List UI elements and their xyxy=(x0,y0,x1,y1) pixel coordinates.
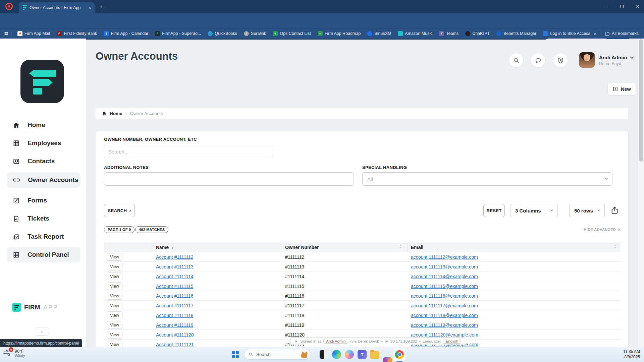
bookmark-item[interactable]: +Ops Contact List xyxy=(269,29,314,38)
gallery-icon[interactable] xyxy=(319,350,328,359)
bookmark-item[interactable]: 8Firm App - Calendar xyxy=(100,29,152,38)
email-link[interactable]: account.1111120@example.com xyxy=(411,332,478,338)
view-button[interactable]: View xyxy=(107,263,122,270)
copilot-icon[interactable] xyxy=(345,350,354,359)
sidebar-item-contacts[interactable]: Contacts xyxy=(7,154,80,169)
email-link[interactable]: account.1111115@example.com xyxy=(411,284,478,289)
window-maximize-button[interactable] xyxy=(620,5,624,8)
rows-select[interactable]: 50 rows xyxy=(569,204,605,217)
reset-button[interactable]: RESET xyxy=(483,204,505,217)
window-minimize-button[interactable]: — xyxy=(604,4,608,9)
bookmark-item[interactable]: FFirst Fidelity Bank xyxy=(53,29,100,38)
hide-advanced-toggle[interactable]: HIDE ADVANCED xyxy=(584,228,620,232)
email-link[interactable]: account.1111116@example.com xyxy=(411,293,478,299)
taskbar-weather-widget[interactable]: 6 90°FWindy xyxy=(3,349,25,358)
browser-tab[interactable]: Owner Accounts - Firm App × xyxy=(19,2,95,13)
email-link[interactable]: account.1111112@example.com xyxy=(411,254,478,260)
bookmark-item[interactable]: Benefits Manager xyxy=(493,29,540,38)
sort-desc-icon[interactable]: ↓ xyxy=(171,245,174,250)
bookmark-item[interactable]: SiriusXM xyxy=(364,29,394,38)
bookmark-item[interactable]: FFirmApp - Superad... xyxy=(152,29,204,38)
view-button[interactable]: View xyxy=(107,341,122,347)
all-bookmarks-button[interactable]: All Bookmarks xyxy=(603,29,640,38)
start-button[interactable] xyxy=(232,351,238,358)
session-language-badge[interactable]: English xyxy=(443,339,461,344)
session-user-badge[interactable]: Andi Admin xyxy=(323,339,348,344)
column-header-email[interactable]: Email xyxy=(411,242,423,252)
view-button[interactable]: View xyxy=(107,302,122,309)
view-button[interactable]: View xyxy=(107,311,122,319)
view-button[interactable]: View xyxy=(107,321,122,329)
user-avatar[interactable] xyxy=(579,52,595,68)
apps-grid-icon[interactable] xyxy=(4,31,8,36)
account-link[interactable]: Account #1111112 xyxy=(156,254,194,260)
bookmark-item[interactable]: SSuralink xyxy=(240,29,269,38)
email-link[interactable]: account.1111118@example.com xyxy=(411,313,478,318)
admin-access-button[interactable] xyxy=(553,53,568,67)
file-explorer-icon[interactable] xyxy=(370,351,379,359)
user-menu[interactable]: Andi Admin xyxy=(599,55,633,60)
account-link[interactable]: Account #1111120 xyxy=(156,332,194,338)
breadcrumb-home-link[interactable]: Home xyxy=(110,111,122,116)
sidebar-item-tickets[interactable]: Tickets xyxy=(7,211,80,226)
view-button[interactable]: View xyxy=(107,331,122,339)
forms-icon xyxy=(13,197,20,204)
account-link[interactable]: Account #1111116 xyxy=(156,293,194,299)
bookmark-item[interactable]: +Firm App Roadmap xyxy=(314,29,364,38)
email-link[interactable]: account.1111119@example.com xyxy=(411,322,478,328)
sidebar-item-task-report[interactable]: Task Report xyxy=(7,229,80,244)
column-header-name[interactable]: Name↓ xyxy=(156,242,174,252)
column-header-owner-number[interactable]: Owner Number xyxy=(285,242,319,252)
columns-select[interactable]: 3 Columns xyxy=(510,204,558,217)
view-button[interactable]: View xyxy=(107,273,122,280)
sort-icon[interactable] xyxy=(399,244,402,249)
sidebar-collapse-button[interactable]: ‹ xyxy=(35,327,49,336)
account-link[interactable]: Account #1111113 xyxy=(156,264,194,269)
account-link[interactable]: Account #1111117 xyxy=(156,303,194,308)
bookmark-item[interactable]: ChatGPT xyxy=(462,29,493,38)
taskbar-search[interactable]: Search xyxy=(244,349,310,360)
teams-icon[interactable]: T xyxy=(358,350,367,359)
new-tab-button[interactable]: + xyxy=(100,3,104,11)
new-button[interactable]: New xyxy=(608,83,636,95)
account-link[interactable]: Account #1111121 xyxy=(156,342,194,347)
edge-icon[interactable] xyxy=(332,350,341,359)
bookmark-item[interactable]: MFirm App Mail xyxy=(14,29,53,38)
sidebar-item-employees[interactable]: Employees xyxy=(7,136,80,150)
scrollbar-thumb[interactable] xyxy=(639,39,643,162)
taskbar-clock[interactable]: 11:35 AM 8/8/2025 xyxy=(600,349,640,360)
chrome-taskbar-button[interactable] xyxy=(393,348,406,361)
account-link[interactable]: Account #1111118 xyxy=(156,313,194,318)
view-button[interactable]: View xyxy=(107,292,122,300)
view-button[interactable]: View xyxy=(107,253,122,261)
export-share-button[interactable] xyxy=(610,206,619,215)
bookmark-item[interactable]: TTeams xyxy=(436,29,462,38)
tab-close-icon[interactable]: × xyxy=(89,5,91,10)
search-input[interactable] xyxy=(104,145,273,158)
notes-input[interactable] xyxy=(104,172,354,186)
sidebar-item-owner-accounts[interactable]: Owner Accounts xyxy=(7,172,80,188)
bookmarks-overflow-icon[interactable]: » xyxy=(594,31,596,37)
page-title: Owner Accounts xyxy=(96,50,178,62)
search-button[interactable]: SEARCH› xyxy=(104,204,135,217)
sort-icon[interactable] xyxy=(614,244,616,249)
m365-copilot-icon[interactable]: M365 xyxy=(383,357,392,362)
account-link[interactable]: Account #1111115 xyxy=(156,284,194,289)
email-link[interactable]: account.1111113@example.com xyxy=(411,264,478,269)
sidebar-item-forms[interactable]: Forms xyxy=(7,193,80,208)
view-button[interactable]: View xyxy=(107,282,122,290)
email-link[interactable]: account.1111117@example.com xyxy=(411,303,478,308)
email-link[interactable]: account.1111114@example.com xyxy=(411,274,478,279)
account-link[interactable]: Account #1111119 xyxy=(156,322,194,328)
bookmark-item[interactable]: QuickBooks xyxy=(204,29,240,38)
account-link[interactable]: Account #1111114 xyxy=(156,274,194,279)
bookmark-item[interactable]: Amazon Music xyxy=(394,29,436,38)
sidebar-item-control-panel[interactable]: Control Panel xyxy=(7,247,80,262)
bookmark-item[interactable]: Log in to Blue Access xyxy=(540,29,594,38)
global-search-button[interactable] xyxy=(509,53,523,67)
messages-button[interactable] xyxy=(531,53,545,67)
sidebar-item-home[interactable]: Home xyxy=(7,118,80,132)
window-close-button[interactable]: × xyxy=(636,4,639,9)
search-highlight-cat-icon xyxy=(301,351,308,358)
special-handling-select[interactable]: All xyxy=(362,172,612,186)
